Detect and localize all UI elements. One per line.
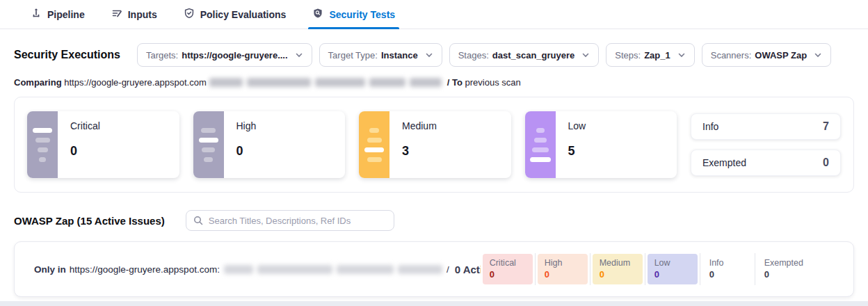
low-card[interactable]: Low 5 (525, 111, 677, 178)
badge-label: High (545, 258, 581, 268)
card-label: Medium (402, 120, 437, 131)
card-value: 3 (402, 144, 437, 159)
tab-label: Policy Evaluations (200, 9, 287, 20)
shield-scan-icon (312, 8, 323, 21)
redacted-text (224, 265, 442, 274)
tab-label: Pipeline (47, 9, 85, 20)
low-badge: Low 0 (648, 254, 698, 284)
comparing-to-value: previous scan (465, 77, 521, 88)
high-card[interactable]: High 0 (193, 111, 346, 178)
steps-dropdown[interactable]: Steps: Zap_1 (606, 43, 694, 67)
exempted-badge: Exempted 0 (757, 254, 807, 284)
dropdown-value: Zap_1 (644, 50, 670, 61)
divider (755, 253, 755, 285)
targets-dropdown[interactable]: Targets: https://google-gruyere.... (137, 43, 312, 67)
badge-value: 0 (545, 269, 581, 280)
tab-bar: Pipeline Inputs Policy Evaluations (0, 0, 868, 29)
tab-pipeline[interactable]: Pipeline (31, 0, 85, 29)
tab-label: Security Tests (329, 9, 395, 20)
card-label: Info (702, 121, 718, 132)
inputs-icon (111, 8, 122, 21)
medium-badge: Medium 0 (593, 254, 643, 284)
critical-card[interactable]: Critical 0 (27, 111, 179, 178)
chevron-down-icon (425, 51, 433, 59)
dropdown-label: Target Type: (328, 50, 378, 61)
badge-label: Exempted (764, 258, 801, 268)
card-value: 0 (823, 156, 829, 169)
search-icon (193, 216, 203, 225)
badge-value: 0 (490, 269, 526, 280)
medium-card[interactable]: Medium 3 (359, 111, 511, 178)
badge-label: Medium (600, 258, 636, 268)
comparing-separator: / (447, 77, 450, 88)
redacted-text (209, 78, 442, 87)
divider (645, 253, 645, 285)
pipeline-icon (31, 8, 42, 21)
comparing-to-label: To (452, 77, 463, 88)
high-badge: High 0 (538, 254, 588, 284)
info-badge: Info 0 (702, 254, 753, 284)
medium-severity-icon (359, 111, 389, 178)
comparing-line: Comparing https://google-gruyere.appspot… (14, 77, 854, 88)
dropdown-label: Stages: (458, 50, 489, 61)
chevron-down-icon (814, 51, 822, 59)
page-title: Security Executions (14, 49, 120, 61)
issue-row-text: Only in https://google-gruyere.appspot.c… (34, 264, 481, 275)
severity-badges: Critical 0 High 0 Medium 0 Low 0 Info 0 … (481, 253, 810, 285)
dropdown-label: Steps: (615, 50, 641, 61)
card-label: Exempted (702, 157, 746, 168)
issue-separator: / (447, 264, 449, 275)
tab-inputs[interactable]: Inputs (111, 0, 157, 29)
dropdown-label: Scanners: (711, 50, 752, 61)
high-severity-icon (193, 111, 224, 178)
card-value: 5 (568, 144, 586, 159)
page-background-strip (0, 301, 868, 306)
tab-policy-evaluations[interactable]: Policy Evaluations (184, 0, 287, 29)
shield-check-icon (184, 8, 195, 21)
divider (590, 253, 590, 285)
owasp-section-title: OWASP Zap (15 Active Issues) (14, 215, 165, 227)
critical-severity-icon (27, 111, 58, 178)
badge-value: 0 (600, 269, 636, 280)
card-label: High (236, 120, 257, 131)
exempted-card[interactable]: Exempted 0 (691, 150, 841, 176)
chevron-down-icon (581, 51, 590, 59)
badge-value: 0 (764, 269, 801, 280)
info-exempted-column: Info 7 Exempted 0 (691, 111, 841, 178)
dropdown-label: Targets: (146, 50, 178, 61)
scanners-dropdown[interactable]: Scanners: OWASP Zap (702, 43, 831, 67)
only-in-label: Only in (34, 264, 66, 275)
badge-value: 0 (654, 269, 691, 280)
filters-row: Security Executions Targets: https://goo… (14, 43, 854, 67)
tab-label: Inputs (128, 9, 157, 20)
chevron-down-icon (677, 51, 686, 59)
search-box[interactable] (186, 210, 394, 231)
owasp-header-row: OWASP Zap (15 Active Issues) (14, 210, 854, 231)
card-label: Low (568, 120, 586, 131)
divider (700, 253, 700, 285)
card-value: 0 (236, 144, 257, 159)
comparing-label: Comparing (14, 77, 62, 88)
badge-label: Low (654, 258, 691, 268)
chevron-down-icon (295, 51, 303, 59)
card-label: Critical (70, 120, 100, 131)
search-input[interactable] (209, 216, 387, 226)
stages-dropdown[interactable]: Stages: dast_scan_gruyere (449, 43, 600, 67)
issue-row-card[interactable]: Only in https://google-gruyere.appspot.c… (14, 241, 854, 297)
badge-value: 0 (709, 269, 746, 280)
target-type-dropdown[interactable]: Target Type: Instance (319, 43, 442, 67)
comparing-url: https://google-gruyere.appspot.com (64, 77, 207, 88)
dropdown-value: https://google-gruyere.... (182, 50, 287, 61)
dropdown-value: OWASP Zap (755, 50, 807, 61)
tab-security-tests[interactable]: Security Tests (312, 0, 395, 29)
critical-badge: Critical 0 (483, 254, 533, 284)
info-card[interactable]: Info 7 (691, 113, 841, 140)
low-severity-icon (525, 111, 556, 178)
active-issues-count: 0 Active Issues (455, 264, 481, 275)
divider (535, 253, 536, 285)
card-value: 0 (70, 144, 100, 159)
card-value: 7 (823, 120, 829, 133)
issue-url: https://google-gruyere.appspot.com: (70, 264, 220, 275)
dropdown-value: Instance (381, 50, 418, 61)
severity-summary-panel: Critical 0 High 0 Medium 3 Low 5 (14, 97, 854, 193)
